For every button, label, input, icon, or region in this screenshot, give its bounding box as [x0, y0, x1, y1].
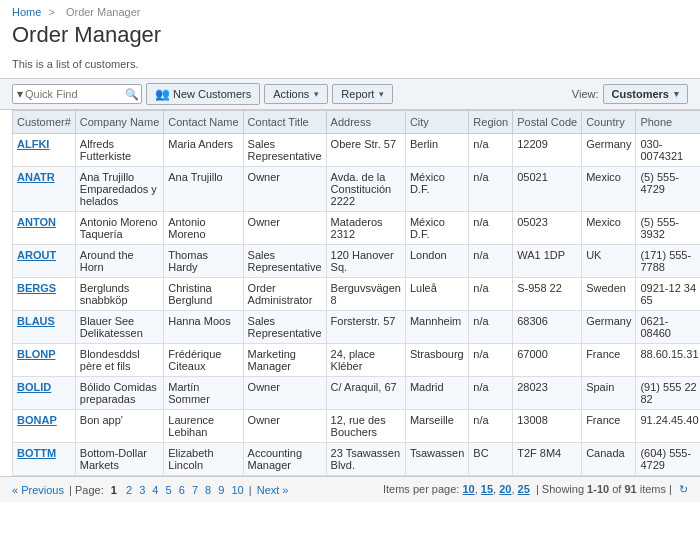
cell-phone: (5) 555-4729: [636, 167, 700, 212]
cell-region: n/a: [469, 410, 513, 443]
prev-page-button[interactable]: « Previous: [12, 484, 64, 496]
per-page-25[interactable]: 25: [518, 483, 530, 495]
cell-phone: 91.24.45.40: [636, 410, 700, 443]
page-3[interactable]: 3: [139, 484, 145, 496]
customer-id-link[interactable]: BONAP: [17, 414, 57, 426]
view-dropdown-icon: ▾: [674, 89, 679, 99]
page-4[interactable]: 4: [152, 484, 158, 496]
col-header-postal[interactable]: Postal Code: [513, 111, 582, 134]
next-page-button[interactable]: Next »: [257, 484, 289, 496]
cell-contact-name: Maria Anders: [164, 134, 243, 167]
page-7[interactable]: 7: [192, 484, 198, 496]
cell-region: n/a: [469, 167, 513, 212]
cell-id: BOTTM: [13, 443, 76, 476]
cell-contact-title: Sales Representative: [243, 245, 326, 278]
cell-company: Bon app': [75, 410, 163, 443]
cell-postal: 05021: [513, 167, 582, 212]
customer-id-link[interactable]: ALFKI: [17, 138, 49, 150]
cell-postal: 13008: [513, 410, 582, 443]
page-10[interactable]: 10: [231, 484, 243, 496]
cell-contact-name: Thomas Hardy: [164, 245, 243, 278]
page-9[interactable]: 9: [218, 484, 224, 496]
cell-phone: 0921-12 34 65: [636, 278, 700, 311]
cell-company: Antonio Moreno Taquería: [75, 212, 163, 245]
page-2[interactable]: 2: [126, 484, 132, 496]
col-header-country[interactable]: Country: [582, 111, 636, 134]
search-icon[interactable]: 🔍: [125, 88, 139, 101]
cell-country: Mexico: [582, 212, 636, 245]
cell-country: France: [582, 344, 636, 377]
col-header-address[interactable]: Address: [326, 111, 405, 134]
cell-region: n/a: [469, 311, 513, 344]
cell-company: Around the Horn: [75, 245, 163, 278]
cell-city: México D.F.: [405, 167, 468, 212]
cell-company: Blondesddsl père et fils: [75, 344, 163, 377]
cell-id: BERGS: [13, 278, 76, 311]
cell-city: Mannheim: [405, 311, 468, 344]
col-header-contact-title[interactable]: Contact Title: [243, 111, 326, 134]
table-row: ANATR Ana Trujillo Emparedados y helados…: [13, 167, 701, 212]
cell-country: Mexico: [582, 167, 636, 212]
cell-company: Blauer See Delikatessen: [75, 311, 163, 344]
table-header-row: Customer# Company Name Contact Name Cont…: [13, 111, 701, 134]
search-box: ▾ 🔍: [12, 84, 142, 104]
cell-phone: (604) 555-4729: [636, 443, 700, 476]
cell-contact-title: Sales Representative: [243, 311, 326, 344]
breadcrumb-separator: >: [48, 6, 54, 18]
col-header-city[interactable]: City: [405, 111, 468, 134]
cell-id: AROUT: [13, 245, 76, 278]
breadcrumb-home[interactable]: Home: [12, 6, 41, 18]
page-5[interactable]: 5: [166, 484, 172, 496]
cell-region: n/a: [469, 278, 513, 311]
cell-country: Sweden: [582, 278, 636, 311]
customer-id-link[interactable]: AROUT: [17, 249, 56, 261]
showing-range: 1-10: [587, 483, 609, 495]
customer-id-link[interactable]: BERGS: [17, 282, 56, 294]
view-label: View:: [572, 88, 599, 100]
search-dropdown-icon[interactable]: ▾: [17, 87, 23, 101]
page-6[interactable]: 6: [179, 484, 185, 496]
cell-city: London: [405, 245, 468, 278]
page-8[interactable]: 8: [205, 484, 211, 496]
actions-button[interactable]: Actions ▾: [264, 84, 328, 104]
customer-id-link[interactable]: ANATR: [17, 171, 55, 183]
col-header-contact-name[interactable]: Contact Name: [164, 111, 243, 134]
new-customers-button[interactable]: 👥 New Customers: [146, 83, 260, 105]
col-header-phone[interactable]: Phone: [636, 111, 700, 134]
cell-company: Ana Trujillo Emparedados y helados: [75, 167, 163, 212]
cell-contact-name: Christina Berglund: [164, 278, 243, 311]
table-row: BLAUS Blauer See Delikatessen Hanna Moos…: [13, 311, 701, 344]
per-page-20[interactable]: 20: [499, 483, 511, 495]
customer-id-link[interactable]: ANTON: [17, 216, 56, 228]
refresh-icon[interactable]: ↻: [679, 483, 688, 495]
cell-contact-title: Order Administrator: [243, 278, 326, 311]
per-page-15[interactable]: 15: [481, 483, 493, 495]
customer-id-link[interactable]: BLONP: [17, 348, 56, 360]
cell-contact-title: Marketing Manager: [243, 344, 326, 377]
view-select[interactable]: Customers ▾: [603, 84, 688, 104]
cell-country: France: [582, 410, 636, 443]
table-row: BOLID Bólido Comidas preparadas Martín S…: [13, 377, 701, 410]
customer-id-link[interactable]: BLAUS: [17, 315, 55, 327]
cell-contact-title: Accounting Manager: [243, 443, 326, 476]
cell-address: Mataderos 2312: [326, 212, 405, 245]
cell-contact-name: Ana Trujillo: [164, 167, 243, 212]
cell-contact-name: Antonio Moreno: [164, 212, 243, 245]
pagination: « Previous | Page: 1 2 3 4 5 6 7 8 9 10 …: [0, 476, 700, 502]
cell-phone: 88.60.15.31: [636, 344, 700, 377]
cell-postal: 67000: [513, 344, 582, 377]
page-1[interactable]: 1: [111, 484, 117, 496]
search-input[interactable]: [25, 88, 125, 100]
cell-contact-title: Owner: [243, 167, 326, 212]
actions-label: Actions: [273, 88, 309, 100]
report-button[interactable]: Report ▾: [332, 84, 393, 104]
customer-id-link[interactable]: BOLID: [17, 381, 51, 393]
col-header-company[interactable]: Company Name: [75, 111, 163, 134]
report-dropdown-icon: ▾: [379, 89, 384, 99]
customer-id-link[interactable]: BOTTM: [17, 447, 56, 459]
col-header-region[interactable]: Region: [469, 111, 513, 134]
col-header-id[interactable]: Customer#: [13, 111, 76, 134]
per-page-10[interactable]: 10: [462, 483, 474, 495]
cell-region: n/a: [469, 377, 513, 410]
cell-phone: (171) 555-7788: [636, 245, 700, 278]
